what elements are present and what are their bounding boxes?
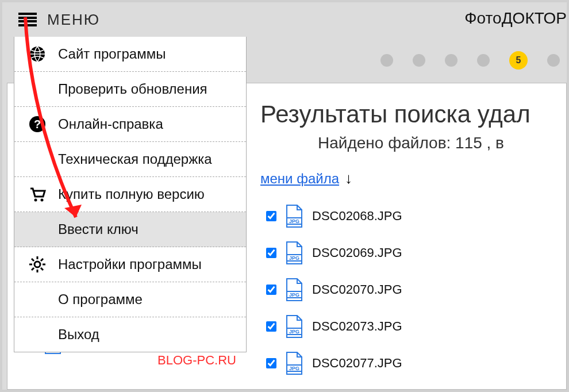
- svg-line-25: [32, 268, 34, 270]
- menu-item-label: Выход: [58, 326, 99, 343]
- file-checkbox[interactable]: [266, 285, 276, 295]
- file-row[interactable]: JPG DSC02070.JPG: [266, 278, 402, 302]
- main-menu-dropdown: Сайт программы Проверить обновления ? Он…: [14, 37, 247, 352]
- help-icon: ?: [28, 115, 47, 133]
- menu-item-help[interactable]: ? Онлайн-справка: [14, 107, 246, 142]
- file-row[interactable]: JPG DSC02077.JPG: [266, 351, 402, 375]
- gear-icon: [28, 255, 47, 274]
- menu-item-label: Настройки программы: [58, 256, 202, 272]
- file-name: DSC02068.JPG: [312, 209, 402, 224]
- sort-row: мени файла ↓: [260, 170, 566, 187]
- menu-item-label: О программе: [58, 291, 143, 308]
- jpg-icon: JPG: [282, 204, 306, 228]
- file-row[interactable]: JPG DSC02069.JPG: [266, 241, 402, 265]
- step-dot-4[interactable]: [477, 54, 490, 67]
- hamburger-icon[interactable]: [18, 13, 37, 26]
- step-dot-1[interactable]: [380, 54, 393, 67]
- file-row[interactable]: JPG DSC02068.JPG: [266, 204, 402, 228]
- menu-item-about[interactable]: О программе: [14, 282, 246, 317]
- menu-label: МЕНЮ: [47, 11, 100, 29]
- svg-text:JPG: JPG: [289, 292, 299, 298]
- step-dot-2[interactable]: [413, 54, 425, 67]
- menu-item-exit[interactable]: Выход: [14, 317, 246, 352]
- file-checkbox[interactable]: [266, 248, 276, 258]
- svg-line-23: [41, 268, 43, 270]
- jpg-icon: JPG: [282, 278, 306, 302]
- svg-text:JPG: JPG: [289, 366, 299, 371]
- menu-item-label: Техническая поддержка: [58, 151, 212, 167]
- file-name: DSC02073.JPG: [312, 319, 402, 334]
- file-checkbox[interactable]: [266, 211, 276, 221]
- file-checkbox[interactable]: [266, 358, 276, 368]
- file-name: DSC02069.JPG: [312, 245, 402, 260]
- menu-item-settings[interactable]: Настройки программы: [14, 247, 246, 282]
- svg-text:JPG: JPG: [289, 255, 299, 261]
- svg-point-16: [41, 199, 44, 202]
- svg-line-22: [32, 259, 34, 261]
- file-name: DSC02077.JPG: [312, 356, 402, 371]
- menu-item-enter-key[interactable]: Ввести ключ: [14, 212, 246, 247]
- menu-item-updates[interactable]: Проверить обновления: [14, 72, 246, 107]
- sort-link[interactable]: мени файла: [260, 171, 339, 187]
- sort-direction-icon: ↓: [345, 170, 352, 187]
- menu-item-support[interactable]: Техническая поддержка: [14, 142, 246, 177]
- jpg-icon: JPG: [282, 314, 306, 339]
- menu-item-label: Проверить обновления: [58, 81, 207, 97]
- svg-text:JPG: JPG: [289, 329, 299, 335]
- svg-point-17: [34, 262, 40, 267]
- menu-item-label: Ввести ключ: [58, 221, 139, 237]
- step-dot-5[interactable]: 5: [509, 51, 528, 70]
- svg-text:JPG: JPG: [289, 218, 299, 224]
- menu-item-label: Купить полную версию: [58, 186, 205, 202]
- menu-item-label: Онлайн-справка: [58, 116, 163, 132]
- menu-item-website[interactable]: Сайт программы: [14, 37, 246, 72]
- file-row[interactable]: JPG DSC02073.JPG: [266, 314, 402, 339]
- file-column-right: JPG DSC02068.JPG JPG DSC02069.JPG JPG DS…: [266, 204, 402, 388]
- jpg-icon: JPG: [282, 351, 306, 375]
- globe-icon: [28, 45, 47, 63]
- results-heading: Результаты поиска удал: [260, 101, 566, 128]
- step-dot-6[interactable]: [547, 54, 560, 67]
- svg-line-24: [41, 259, 43, 261]
- menu-item-buy[interactable]: Купить полную версию: [14, 177, 246, 212]
- file-checkbox[interactable]: [266, 321, 276, 332]
- cart-icon: [28, 185, 47, 203]
- svg-point-15: [34, 199, 37, 202]
- jpg-icon: JPG: [282, 241, 306, 265]
- step-dot-3[interactable]: [445, 54, 457, 67]
- menu-item-label: Сайт программы: [58, 46, 166, 62]
- results-subtitle: Найдено файлов: 115 , в: [318, 134, 566, 152]
- svg-text:?: ?: [34, 118, 41, 130]
- app-title: ФотоДОКТОР: [464, 9, 567, 28]
- file-name: DSC02070.JPG: [312, 282, 402, 297]
- top-bar: МЕНЮ ФотоДОКТОР: [2, 2, 567, 37]
- step-indicator: 5: [380, 54, 567, 70]
